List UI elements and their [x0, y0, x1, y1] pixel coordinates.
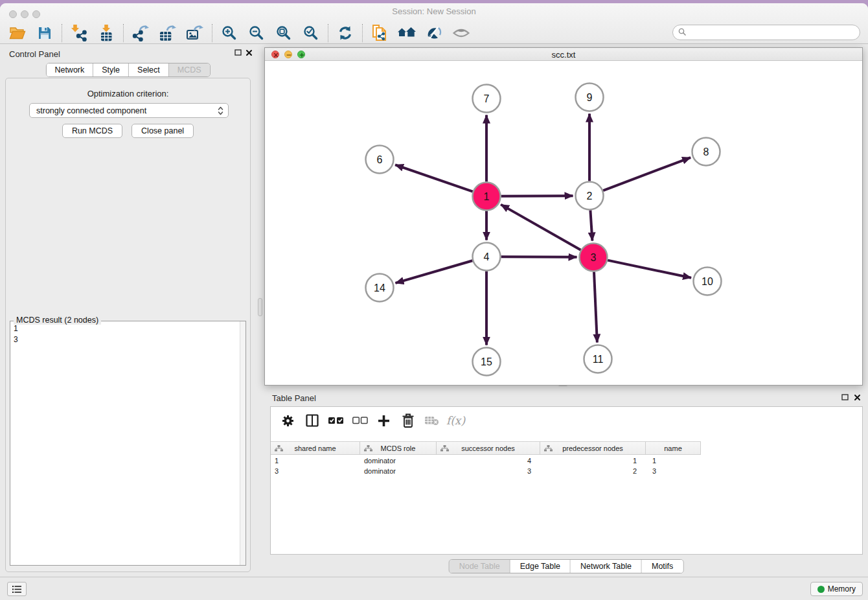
graph-node-15[interactable]: 15 [473, 348, 501, 376]
tab-network[interactable]: Network [46, 63, 93, 76]
graph-node-4[interactable]: 4 [473, 243, 501, 271]
edge-1-6[interactable] [395, 165, 473, 191]
duplicate-network-icon[interactable] [366, 23, 393, 43]
graph-node-1[interactable]: 1 [473, 183, 501, 211]
import-table-icon[interactable] [93, 23, 120, 43]
edge-4-14[interactable] [395, 260, 472, 283]
import-network-icon[interactable] [65, 23, 93, 43]
criterion-select[interactable]: strongly connected component [29, 103, 229, 118]
toolbar-separator [212, 24, 212, 42]
result-scrollbar[interactable] [240, 321, 246, 565]
mcds-panel: Optimization criterion: strongly connect… [5, 78, 251, 572]
column-label: shared name [294, 444, 336, 452]
cell-name[interactable]: 1 [646, 456, 701, 466]
table-toolbar: f(x) [271, 407, 862, 434]
cell-name[interactable]: 3 [646, 466, 701, 476]
add-icon[interactable] [372, 411, 396, 430]
graph-node-8[interactable]: 8 [692, 138, 720, 166]
fx-label: f(x) [446, 414, 465, 427]
graphics-details-icon[interactable] [420, 23, 448, 43]
zoom-out-icon[interactable] [243, 23, 270, 43]
deselect-all-icon[interactable] [348, 411, 372, 430]
graph-node-11[interactable]: 11 [584, 345, 612, 373]
column-header-name[interactable]: name [646, 442, 701, 454]
cell-MCDS-role[interactable]: dominator [360, 456, 437, 466]
split-panel-icon[interactable] [300, 411, 324, 430]
cell-predecessor-nodes[interactable]: 2 [540, 466, 646, 476]
edge-2-8[interactable] [603, 157, 691, 190]
tab-network-table[interactable]: Network Table [571, 560, 642, 573]
network-overview-icon[interactable] [393, 23, 420, 43]
mcds-result-title: MCDS result (2 nodes) [14, 316, 101, 325]
node-label: 2 [587, 190, 593, 202]
zoom-fit-icon[interactable] [270, 23, 297, 43]
edge-3-1[interactable] [501, 205, 580, 250]
menu-list-button[interactable] [7, 582, 27, 596]
graph-node-6[interactable]: 6 [366, 146, 394, 174]
edge-4-3[interactable] [501, 257, 577, 257]
close-panel-button[interactable]: Close panel [131, 124, 194, 138]
open-session-icon[interactable] [4, 23, 31, 43]
node-label: 15 [481, 356, 492, 367]
table-row[interactable]: 1dominator411 [271, 456, 862, 466]
edge-2-3[interactable] [590, 210, 592, 240]
graph-node-2[interactable]: 2 [576, 182, 604, 210]
trash-icon[interactable] [396, 411, 420, 430]
close-panel-icon[interactable] [246, 44, 253, 61]
cell-predecessor-nodes[interactable]: 1 [540, 456, 646, 466]
zoom-in-icon[interactable] [216, 23, 243, 43]
export-image-icon[interactable] [181, 23, 209, 43]
node-label: 14 [374, 283, 385, 294]
toolbar-group [332, 23, 359, 43]
search-field[interactable] [672, 25, 860, 40]
select-all-icon[interactable] [324, 411, 348, 430]
export-network-icon[interactable] [127, 23, 154, 43]
tab-style[interactable]: Style [93, 63, 129, 76]
graph-node-7[interactable]: 7 [473, 85, 501, 113]
float-panel-icon[interactable] [234, 44, 242, 61]
edge-1-2[interactable] [501, 196, 573, 196]
memory-button[interactable]: Memory [810, 582, 863, 596]
cell-shared-name[interactable]: 1 [271, 456, 360, 466]
network-canvas[interactable]: 1234678910111415 [265, 61, 862, 385]
edge-3-11[interactable] [594, 271, 597, 342]
float-table-panel-icon[interactable] [841, 389, 849, 406]
node-label: 4 [484, 251, 490, 262]
edge-3-10[interactable] [608, 260, 691, 278]
mcds-result-text[interactable]: 13 [10, 321, 240, 565]
table-row[interactable]: 3dominator323 [271, 466, 862, 476]
save-session-icon[interactable] [31, 23, 58, 43]
column-header-successor-nodes[interactable]: successor nodes [437, 442, 540, 454]
vertical-splitter-handle[interactable] [258, 298, 262, 316]
refresh-icon[interactable] [332, 23, 359, 43]
graph-node-14[interactable]: 14 [366, 274, 394, 302]
control-panel-header: Control Panel [0, 44, 256, 61]
tab-edge-table[interactable]: Edge Table [510, 560, 571, 573]
tab-node-table[interactable]: Node Table [450, 560, 510, 573]
column-label: successor nodes [461, 444, 515, 452]
cell-MCDS-role[interactable]: dominator [360, 466, 437, 476]
toolbar-group [216, 23, 325, 43]
search-input[interactable] [689, 28, 854, 37]
column-header-shared-name[interactable]: shared name [271, 442, 360, 454]
gear-icon[interactable] [276, 411, 300, 430]
graph-node-9[interactable]: 9 [576, 84, 604, 111]
run-mcds-button[interactable]: Run MCDS [62, 124, 122, 138]
optimization-criterion-label: Optimization criterion: [6, 89, 250, 98]
zoom-selected-icon[interactable] [297, 23, 325, 43]
column-header-predecessor-nodes[interactable]: predecessor nodes [540, 442, 646, 454]
cell-successor-nodes[interactable]: 4 [437, 456, 540, 466]
export-table-icon[interactable] [154, 23, 181, 43]
cell-successor-nodes[interactable]: 3 [437, 466, 540, 476]
graph-node-3[interactable]: 3 [580, 244, 608, 271]
close-table-panel-icon[interactable] [854, 389, 861, 406]
tab-motifs[interactable]: Motifs [642, 560, 683, 573]
graph-node-10[interactable]: 10 [694, 268, 722, 295]
column-label: name [664, 444, 682, 452]
column-header-MCDS-role[interactable]: MCDS role [360, 442, 437, 454]
tab-mcds[interactable]: MCDS [169, 63, 210, 76]
cell-shared-name[interactable]: 3 [271, 466, 360, 476]
toolbar-group [65, 23, 120, 43]
network-title: scc.txt [265, 48, 862, 61]
tab-select[interactable]: Select [129, 63, 169, 76]
